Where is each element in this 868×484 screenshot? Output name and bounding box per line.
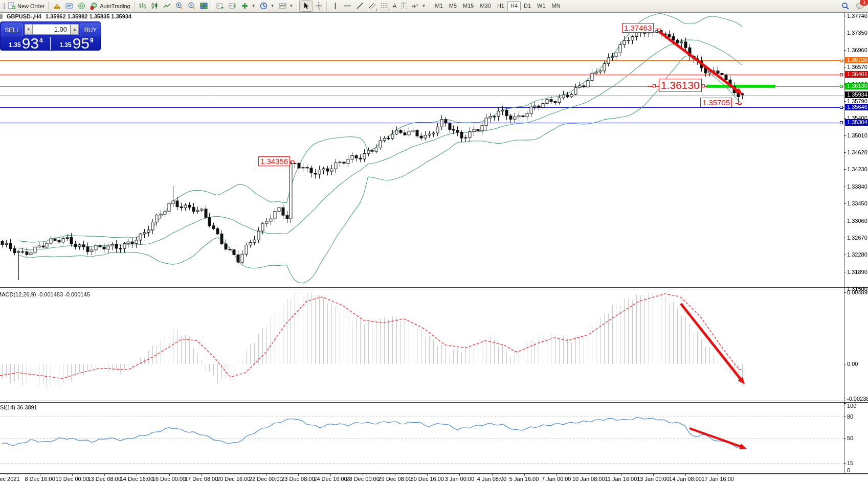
chevron-down-icon: ▼ xyxy=(422,4,426,8)
terminal-button[interactable] xyxy=(63,1,75,11)
line-chart-button[interactable] xyxy=(161,1,173,11)
rsi-axis-tick: 80 xyxy=(847,413,853,420)
community-button[interactable] xyxy=(75,1,87,11)
price-annotation[interactable]: 1.35705 xyxy=(700,98,732,107)
time-axis-label: 17 Jan 16:00 xyxy=(701,476,734,482)
macd-label: MACD(12,26,9) -0.001483 -0.000145 xyxy=(0,291,90,297)
text-tool-button[interactable]: A xyxy=(390,1,398,11)
timeframe-m30[interactable]: M30 xyxy=(477,1,494,10)
equidistant-channel-tool-button[interactable]: E xyxy=(366,1,378,11)
time-axis-label: 8 Dec 16:00 xyxy=(25,476,55,482)
price-axis-tick: 1.33840 xyxy=(847,183,867,190)
horizontal-line-icon xyxy=(343,2,351,10)
time-axis-label: 14 Jan 08:00 xyxy=(669,476,702,482)
macd-axis-tick: 0.004899 xyxy=(847,289,868,295)
sell-price-big: 93 xyxy=(22,37,39,50)
timeframe-mn[interactable]: MN xyxy=(549,1,564,10)
crosshair-tool-button[interactable] xyxy=(313,1,325,11)
rsi-label: RSI(14) 36.3891 xyxy=(0,404,37,410)
tile-windows-button[interactable] xyxy=(198,1,210,11)
horizontal-line-tool-button[interactable] xyxy=(341,1,353,11)
time-axis-label: 10 Dec 00:00 xyxy=(55,476,88,482)
zoom-out-button[interactable] xyxy=(186,1,198,11)
mt4-window: New Order AutoTrading xyxy=(0,0,868,484)
rsi-axis-tick: 100 xyxy=(847,403,856,409)
text-label-icon: T xyxy=(401,3,407,9)
price-badge: 1.35304 xyxy=(845,119,868,126)
sell-price-display[interactable]: 1.35934 xyxy=(2,37,50,50)
sell-button[interactable]: SELL xyxy=(2,24,23,36)
symbol-period-label: GBPUSD-,H4 xyxy=(7,13,41,19)
rsi-axis-tick: 0 xyxy=(847,467,850,473)
new-order-button[interactable]: New Order xyxy=(5,1,47,11)
crosshair-icon xyxy=(315,2,323,10)
toolbar-separator xyxy=(134,2,135,11)
time-axis-label: 10 Jan 08:00 xyxy=(572,476,605,482)
rsi-axis-tick: 50 xyxy=(847,435,853,441)
periods-clock-icon xyxy=(260,2,268,10)
terminal-icon xyxy=(65,2,73,10)
ohlc-values: 1.35962 1.35982 1.35835 1.35934 xyxy=(46,13,131,19)
chart-shift-button[interactable] xyxy=(227,1,239,11)
tile-windows-icon xyxy=(200,2,208,10)
price-annotation[interactable]: 1.36130 xyxy=(659,79,702,92)
buy-price-display[interactable]: 1.35959 xyxy=(52,37,100,50)
bar-chart-icon xyxy=(139,2,147,10)
main-toolbar: New Order AutoTrading xyxy=(0,0,868,12)
timeframe-m15[interactable]: M15 xyxy=(460,1,477,10)
timeframe-w1[interactable]: W1 xyxy=(534,1,549,10)
candlestick-chart-button[interactable] xyxy=(149,1,161,11)
price-axis-tick: 1.31890 xyxy=(847,269,867,275)
metaeditor-button[interactable] xyxy=(51,1,63,11)
templates-button[interactable]: ▼ xyxy=(277,1,296,11)
autotrading-button[interactable]: AutoTrading xyxy=(87,1,132,11)
toolbar-separator xyxy=(326,2,327,11)
bar-chart-button[interactable] xyxy=(137,1,149,11)
notification-badge: 1 xyxy=(860,0,868,6)
zoom-in-button[interactable] xyxy=(173,1,186,11)
line-chart-icon xyxy=(163,2,171,10)
timeframe-m1[interactable]: M1 xyxy=(432,1,446,10)
timeframe-d1[interactable]: D1 xyxy=(521,1,534,10)
search-button[interactable] xyxy=(839,1,852,11)
toolbar-separator xyxy=(212,2,213,11)
buy-price-big: 95 xyxy=(73,37,90,50)
buy-price-prefix: 1.35 xyxy=(59,41,71,49)
trend-line-tool-button[interactable] xyxy=(353,1,366,11)
timeframe-m5[interactable]: M5 xyxy=(446,1,460,10)
sell-price-prefix: 1.35 xyxy=(9,41,20,49)
time-axis-label: 28 Dec 00:00 xyxy=(346,476,379,482)
price-axis-tick: 1.33450 xyxy=(847,200,867,206)
time-axis-label: 13 Jan 00:00 xyxy=(637,476,670,482)
auto-scroll-icon xyxy=(216,2,225,10)
text-label-tool-button[interactable]: T xyxy=(399,1,409,11)
time-axis-label: 5 Jan 16:00 xyxy=(509,476,539,482)
buy-price-sup: 9 xyxy=(90,37,94,44)
notifications-button[interactable]: 1 xyxy=(854,1,866,11)
timeframe-group: M1M5M15M30H1H4D1W1MN xyxy=(432,1,564,11)
price-annotation[interactable]: 1.34356 xyxy=(258,156,290,166)
add-indicator-button[interactable]: ▼ xyxy=(239,1,258,11)
fibonacci-icon xyxy=(380,2,388,10)
fibonacci-tool-button[interactable]: F xyxy=(378,1,390,11)
volume-input[interactable] xyxy=(33,24,71,35)
timeframe-h4[interactable]: H4 xyxy=(507,1,521,11)
macd-axis-tick: -0.002382 xyxy=(847,396,868,402)
auto-scroll-button[interactable] xyxy=(214,1,227,11)
timeframe-h1[interactable]: H1 xyxy=(494,1,507,10)
volume-increase-button[interactable]: ▲ xyxy=(71,24,79,35)
vertical-line-tool-button[interactable] xyxy=(329,1,341,11)
periods-button[interactable]: ▼ xyxy=(258,1,277,11)
chart-shift-icon xyxy=(229,2,237,10)
text-icon: A xyxy=(392,3,396,10)
add-indicator-icon xyxy=(241,2,249,10)
shapes-tool-button[interactable]: ▼ xyxy=(409,1,428,11)
time-axis-label: 16 Dec 00:00 xyxy=(152,476,186,482)
macd-axis-tick: 0.00 xyxy=(847,361,858,367)
price-axis-tick: 1.34230 xyxy=(847,166,867,172)
volume-decrease-button[interactable]: ▼ xyxy=(25,24,33,35)
price-axis-tick: 1.33060 xyxy=(847,218,867,224)
price-annotation[interactable]: 1.37463 xyxy=(622,23,654,33)
time-axis-label: 7 Jan 00:00 xyxy=(542,476,571,482)
cursor-tool-button[interactable] xyxy=(299,1,313,12)
